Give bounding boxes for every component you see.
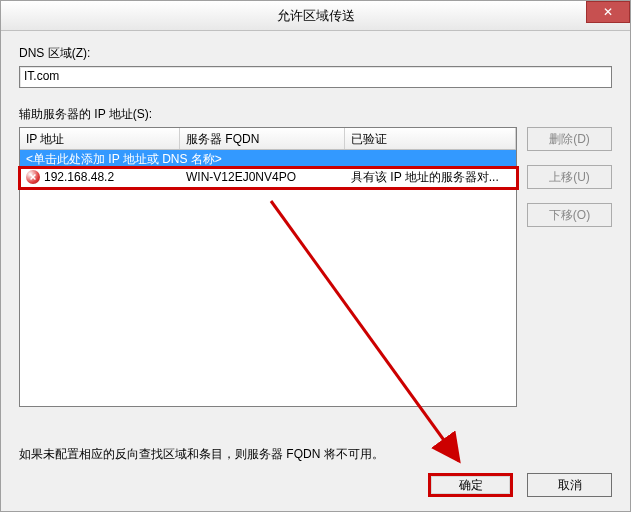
list-header: IP 地址 服务器 FQDN 已验证 [20, 128, 516, 150]
window-title: 允许区域传送 [277, 7, 355, 25]
cancel-button[interactable]: 取消 [527, 473, 612, 497]
footer-note: 如果未配置相应的反向查找区域和条目，则服务器 FQDN 将不可用。 [19, 446, 384, 463]
list-body[interactable]: <单击此处添加 IP 地址或 DNS 名称> 192.168.48.2 WIN-… [20, 150, 516, 406]
side-buttons: 删除(D) 上移(U) 下移(O) [527, 127, 612, 407]
ok-button[interactable]: 确定 [428, 473, 513, 497]
table-row[interactable]: 192.168.48.2 WIN-V12EJ0NV4PO 具有该 IP 地址的服… [20, 168, 516, 186]
dns-zone-label: DNS 区域(Z): [19, 45, 612, 62]
cell-validated: 具有该 IP 地址的服务器对... [345, 168, 516, 187]
move-down-button[interactable]: 下移(O) [527, 203, 612, 227]
add-prompt-text: <单击此处添加 IP 地址或 DNS 名称> [20, 150, 228, 169]
close-icon: ✕ [603, 5, 613, 19]
bottom-buttons: 确定 取消 [428, 473, 612, 497]
cell-fqdn: WIN-V12EJ0NV4PO [180, 169, 345, 185]
error-icon [26, 170, 40, 184]
close-button[interactable]: ✕ [586, 1, 630, 23]
server-list[interactable]: IP 地址 服务器 FQDN 已验证 <单击此处添加 IP 地址或 DNS 名称… [19, 127, 517, 407]
title-bar: 允许区域传送 ✕ [1, 1, 630, 31]
col-validated[interactable]: 已验证 [345, 128, 516, 149]
dns-zone-readonly: IT.com [19, 66, 612, 88]
add-prompt-row[interactable]: <单击此处添加 IP 地址或 DNS 名称> [20, 150, 516, 168]
delete-button[interactable]: 删除(D) [527, 127, 612, 151]
col-ip[interactable]: IP 地址 [20, 128, 180, 149]
col-fqdn[interactable]: 服务器 FQDN [180, 128, 345, 149]
aux-servers-label: 辅助服务器的 IP 地址(S): [19, 106, 612, 123]
dialog-window: 允许区域传送 ✕ DNS 区域(Z): IT.com 辅助服务器的 IP 地址(… [0, 0, 631, 512]
move-up-button[interactable]: 上移(U) [527, 165, 612, 189]
dialog-body: DNS 区域(Z): IT.com 辅助服务器的 IP 地址(S): IP 地址… [1, 31, 630, 421]
cell-ip: 192.168.48.2 [44, 170, 114, 184]
